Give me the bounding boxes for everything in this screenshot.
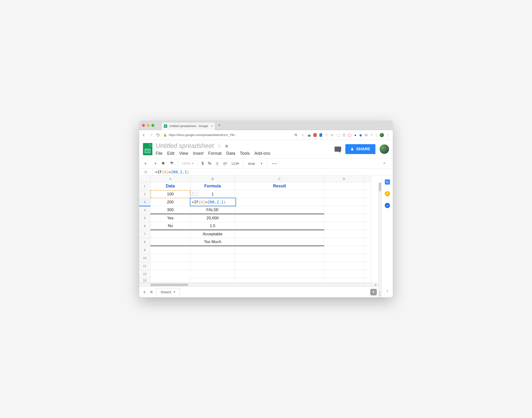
cell-A6[interactable]: No xyxy=(150,222,190,230)
redo-button[interactable] xyxy=(150,160,159,167)
cell-A13[interactable] xyxy=(150,278,190,283)
cell-E3[interactable] xyxy=(364,198,371,206)
cell-E10[interactable] xyxy=(364,254,371,262)
cell-C10[interactable] xyxy=(235,254,324,262)
formula-input[interactable]: =IF(A2=200,2,1) xyxy=(153,170,393,174)
ext-icon-grey1[interactable]: ✿ xyxy=(331,133,334,137)
tab-close-icon[interactable]: × xyxy=(211,124,213,128)
col-header-C[interactable]: C xyxy=(235,176,324,182)
cell-D1[interactable] xyxy=(324,182,364,190)
cell-C5[interactable] xyxy=(235,214,324,222)
cell-A4[interactable]: 300 xyxy=(150,206,190,214)
ext-icon-pinterest[interactable]: ● xyxy=(354,133,356,137)
col-header-A[interactable]: A xyxy=(150,176,190,182)
cell-B11[interactable] xyxy=(190,262,235,270)
decrease-decimal-button[interactable]: .0← xyxy=(213,160,220,167)
cell-A1[interactable]: Data xyxy=(150,182,190,190)
tooltip-close-icon[interactable]: × xyxy=(195,191,197,195)
undo-button[interactable] xyxy=(142,160,150,167)
account-avatar[interactable] xyxy=(380,144,389,154)
cell-E8[interactable] xyxy=(364,238,371,246)
toolbar-more-button[interactable]: ••• xyxy=(269,162,280,165)
cell-E12[interactable] xyxy=(364,270,371,278)
ext-icon-blue[interactable]: 0 xyxy=(320,133,322,137)
forward-button[interactable] xyxy=(149,133,153,137)
cell-E2[interactable] xyxy=(364,190,371,198)
row-header-12[interactable]: 12 xyxy=(139,270,150,278)
cell-B9[interactable] xyxy=(190,246,235,254)
menu-insert[interactable]: Insert xyxy=(193,151,204,156)
cell-E11[interactable] xyxy=(364,262,371,270)
cell-E4[interactable] xyxy=(364,206,371,214)
cell-D11[interactable] xyxy=(324,262,364,270)
row-header-13[interactable]: 13 xyxy=(139,278,150,283)
vertical-scrollbar[interactable]: ▲ ▼ xyxy=(378,182,382,297)
row-header-3[interactable]: 3 xyxy=(139,198,150,206)
col-header-extra[interactable] xyxy=(364,176,371,182)
cell-C13[interactable] xyxy=(235,278,324,283)
cell-B5[interactable]: 20,000 xyxy=(190,214,235,222)
cell-C3[interactable] xyxy=(235,198,324,206)
row-header-11[interactable]: 11 xyxy=(139,262,150,270)
row-header-7[interactable]: 7 xyxy=(139,230,150,238)
cell-B12[interactable] xyxy=(190,270,235,278)
row-header-1[interactable]: 1 xyxy=(139,182,150,190)
explore-button[interactable] xyxy=(370,289,377,295)
ext-icon-heart[interactable]: ♡ xyxy=(325,133,328,137)
increase-decimal-button[interactable]: .00→ xyxy=(220,160,229,167)
row-header-8[interactable]: 8 xyxy=(139,238,150,246)
cell-C12[interactable] xyxy=(235,270,324,278)
ext-icon-opera[interactable]: ◯ xyxy=(348,133,351,137)
doc-title[interactable]: Untitled spreadsheet xyxy=(156,142,214,150)
cell-A2[interactable]: 100 xyxy=(150,190,190,198)
cell-D7[interactable] xyxy=(324,230,364,238)
menu-format[interactable]: Format xyxy=(208,151,222,156)
row-header-4[interactable]: 4 xyxy=(139,206,150,214)
cell-A11[interactable] xyxy=(150,262,190,270)
cell-D3[interactable] xyxy=(324,198,364,206)
sheet-tab-1[interactable]: Sheet1 ▾ xyxy=(156,288,180,296)
star-doc-icon[interactable]: ☆ xyxy=(217,143,222,149)
cell-C11[interactable] xyxy=(235,262,324,270)
row-header-2[interactable]: 2 xyxy=(139,190,150,198)
cell-D8[interactable] xyxy=(324,238,364,246)
add-sheet-button[interactable]: ＋ xyxy=(142,289,147,295)
zoom-dropdown[interactable]: 100% ▾ xyxy=(180,161,196,165)
hide-sidepanel-button[interactable] xyxy=(386,286,389,297)
sheet-tab-menu-icon[interactable]: ▾ xyxy=(173,290,175,294)
cell-E6[interactable] xyxy=(364,222,371,230)
cell-B1[interactable]: Formula xyxy=(190,182,235,190)
menu-tools[interactable]: Tools xyxy=(240,151,250,156)
cell-C4[interactable] xyxy=(235,206,324,214)
horizontal-scroll-thumb[interactable] xyxy=(150,284,188,286)
cell-A7[interactable] xyxy=(150,230,190,238)
browser-tab[interactable]: Untitled spreadsheet - Google × xyxy=(161,122,215,130)
cell-D6[interactable] xyxy=(324,222,364,230)
calendar-addon-icon[interactable]: 31 xyxy=(385,179,390,185)
active-cell-editor[interactable]: =IF(A2=200,2,1) xyxy=(190,198,236,206)
cell-C9[interactable] xyxy=(235,246,324,254)
currency-button[interactable]: $ xyxy=(199,160,206,167)
cell-B7[interactable]: Acceptable xyxy=(190,230,235,238)
vertical-scroll-thumb[interactable] xyxy=(379,183,381,191)
print-button[interactable] xyxy=(159,160,167,167)
row-header-9[interactable]: 9 xyxy=(139,246,150,254)
cell-D13[interactable] xyxy=(324,278,364,283)
menu-view[interactable]: View xyxy=(179,151,188,156)
cell-B4[interactable]: FALSE xyxy=(190,206,235,214)
cell-C6[interactable] xyxy=(235,222,324,230)
cell-A12[interactable] xyxy=(150,270,190,278)
cell-C1[interactable]: Result xyxy=(235,182,324,190)
cell-D12[interactable] xyxy=(324,270,364,278)
cell-D10[interactable] xyxy=(324,254,364,262)
pocket-ext-icon[interactable]: ◒ xyxy=(308,133,311,137)
col-header-D[interactable]: D xyxy=(324,176,364,182)
row-header-5[interactable]: 5 xyxy=(139,214,150,222)
browser-menu-icon[interactable]: ⋮ xyxy=(387,133,390,137)
cell-D4[interactable] xyxy=(324,206,364,214)
cell-A10[interactable] xyxy=(150,254,190,262)
percent-button[interactable]: % xyxy=(206,160,213,167)
bookmark-star-icon[interactable]: ☆ xyxy=(301,133,304,137)
tasks-addon-icon[interactable] xyxy=(385,203,390,208)
horizontal-scrollbar[interactable]: ◀ ▶ xyxy=(139,283,382,287)
